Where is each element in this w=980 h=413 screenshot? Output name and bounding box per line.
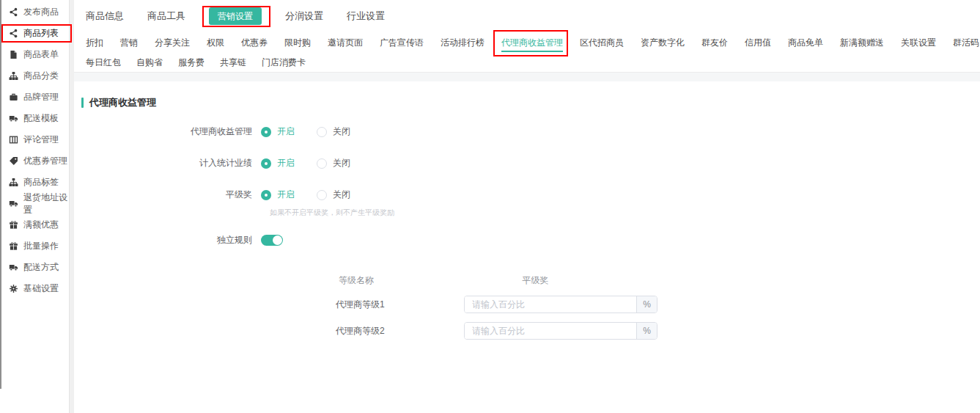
tab-discount[interactable]: 折扣 (86, 37, 103, 49)
tab-district-agent-recruiter[interactable]: 区代招商员 (580, 37, 624, 49)
share-icon (9, 29, 18, 38)
field-label: 独立规则 (81, 234, 261, 246)
field-label: 平级奖 (81, 189, 261, 201)
tab-invite-page[interactable]: 邀请页面 (328, 37, 363, 49)
tab-flash-sale[interactable]: 限时购 (284, 37, 311, 49)
tertiary-tab-bar: 每日红包 自购省 服务费 共享链 门店消费卡 (86, 53, 980, 72)
truck-icon (9, 199, 18, 208)
sidebar-item-label: 批量操作 (23, 240, 59, 252)
radio-unselected-icon[interactable] (317, 127, 327, 137)
tab-marketing-settings-wrap: 营销设置 (209, 10, 262, 23)
tab-product-info[interactable]: 商品信息 (86, 10, 124, 23)
tab-permissions[interactable]: 权限 (207, 37, 224, 49)
radio-selected-icon[interactable] (261, 190, 271, 200)
radio-label: 开启 (277, 189, 295, 201)
briefcase-icon (9, 92, 18, 102)
radio-group-agent-revenue: 开启 关闭 (261, 125, 350, 138)
radio-selected-icon[interactable] (261, 127, 271, 137)
columns-icon (9, 135, 18, 145)
tab-credit-value[interactable]: 信用值 (745, 37, 771, 49)
share-icon (9, 7, 18, 17)
sidebar-item-label: 基础设置 (23, 282, 59, 295)
percent-suffix: % (636, 323, 657, 339)
tab-product-tools[interactable]: 商品工具 (147, 10, 185, 23)
sidebar-item-full-amount-discount[interactable]: 满额优惠 (1, 214, 69, 235)
sidebar-item-product-tags[interactable]: 商品标签 (1, 172, 69, 193)
tab-marketing[interactable]: 营销 (120, 37, 138, 49)
radio-on[interactable]: 开启 (261, 157, 295, 169)
radio-on[interactable]: 开启 (261, 189, 295, 201)
radio-off[interactable]: 关闭 (317, 125, 350, 138)
grade-table-header: 等级名称 平级奖 (336, 274, 980, 287)
tab-activity-ranking[interactable]: 活动排行榜 (441, 37, 485, 49)
percent-suffix: % (636, 296, 657, 313)
tab-new-full-amount-gift[interactable]: 新满额赠送 (840, 37, 884, 49)
sidebar-item-batch-operations[interactable]: 批量操作 (1, 235, 69, 257)
file-icon (9, 50, 18, 59)
sidebar-item-product-form[interactable]: 商品表单 (1, 44, 69, 65)
tab-association-settings[interactable]: 关联设置 (901, 37, 936, 49)
sidebar-item-publish-product[interactable]: 发布商品 (1, 1, 69, 23)
radio-on[interactable]: 开启 (261, 125, 295, 138)
sidebar-item-label: 退货地址设置 (23, 191, 69, 216)
independent-rules-toggle[interactable] (261, 235, 283, 246)
tab-ad-slogan[interactable]: 广告宣传语 (380, 37, 424, 49)
form-row-count-into-stats: 计入统计业绩 开启 关闭 (81, 157, 980, 169)
radio-label: 关闭 (333, 157, 350, 169)
sidebar-item-brand-management[interactable]: 品牌管理 (1, 87, 69, 108)
percentage-input-group: % (464, 296, 657, 313)
form-row-agent-revenue: 代理商收益管理 开启 关闭 (81, 125, 980, 138)
tab-shared-chain[interactable]: 共享链 (220, 56, 246, 69)
tab-coupon[interactable]: 优惠券 (241, 37, 268, 49)
radio-selected-icon[interactable] (261, 158, 271, 169)
form-row-independent-rules: 独立规则 (81, 234, 980, 246)
radio-off[interactable]: 关闭 (317, 157, 350, 169)
radio-label: 关闭 (333, 189, 350, 201)
section-title-text: 代理商收益管理 (89, 96, 156, 109)
tab-asset-digitization[interactable]: 资产数字化 (641, 37, 685, 49)
sidebar-item-label: 商品列表 (23, 27, 59, 40)
sidebar-item-review-management[interactable]: 评论管理 (1, 129, 69, 150)
tab-profit-sharing-settings[interactable]: 分润设置 (285, 10, 323, 23)
sidebar-item-label: 商品标签 (23, 176, 59, 189)
tab-free-order[interactable]: 商品免单 (788, 37, 823, 49)
percentage-input[interactable] (465, 296, 636, 313)
sidebar-item-product-category[interactable]: 商品分类 (1, 65, 69, 87)
grade-name: 代理商等级2 (336, 325, 464, 337)
sitemap-icon (9, 178, 18, 187)
sidebar-item-label: 满额优惠 (23, 219, 59, 231)
percentage-input[interactable] (465, 323, 636, 339)
tab-share-follow[interactable]: 分享关注 (155, 37, 190, 49)
tab-store-consumption-card[interactable]: 门店消费卡 (262, 56, 306, 69)
percentage-input-group: % (464, 322, 657, 340)
tab-daily-red-packet[interactable]: 每日红包 (86, 56, 121, 69)
sidebar-item-label: 配送方式 (23, 261, 59, 274)
table-row: 代理商等级1 % (336, 296, 980, 313)
tab-industry-settings[interactable]: 行业设置 (347, 10, 385, 23)
tab-group-qr-code[interactable]: 群活码 (953, 37, 979, 49)
tab-agent-revenue-management-wrap: 代理商收益管理 (501, 37, 563, 49)
tab-group-friend-price[interactable]: 群友价 (701, 37, 728, 49)
sidebar-item-coupon-management[interactable]: 优惠券管理 (1, 150, 69, 172)
tab-service-fee[interactable]: 服务费 (178, 56, 205, 69)
tab-agent-revenue-management[interactable]: 代理商收益管理 (501, 37, 563, 48)
sidebar: 发布商品 商品列表 商品表单 商品分类 品牌管理 配送模板 评论管理 (1, 0, 69, 413)
sidebar-item-delivery-template[interactable]: 配送模板 (1, 108, 69, 129)
radio-unselected-icon[interactable] (317, 158, 327, 169)
admin-app: 发布商品 商品列表 商品表单 商品分类 品牌管理 配送模板 评论管理 (0, 0, 980, 413)
radio-off[interactable]: 关闭 (317, 189, 350, 201)
tab-self-purchase-savings[interactable]: 自购省 (136, 56, 163, 69)
main-area: 商品信息 商品工具 营销设置 分润设置 行业设置 折扣 营销 分享关注 权限 优… (74, 0, 980, 413)
sidebar-item-product-list[interactable]: 商品列表 (1, 23, 69, 44)
sidebar-item-return-address-settings[interactable]: 退货地址设置 (1, 193, 69, 214)
radio-unselected-icon[interactable] (317, 190, 327, 200)
sidebar-item-delivery-method[interactable]: 配送方式 (1, 257, 69, 278)
sidebar-divider (69, 0, 74, 413)
sidebar-item-basic-settings[interactable]: 基础设置 (1, 278, 69, 299)
tag-icon (9, 156, 18, 166)
tab-marketing-settings[interactable]: 营销设置 (209, 7, 262, 25)
form-row-peer-award: 平级奖 开启 关闭 (81, 189, 980, 201)
primary-tab-bar: 商品信息 商品工具 营销设置 分润设置 行业设置 (86, 0, 980, 32)
table-row: 代理商等级2 % (336, 322, 980, 340)
secondary-tab-bar: 折扣 营销 分享关注 权限 优惠券 限时购 邀请页面 广告宣传语 活动排行榜 代… (86, 32, 980, 53)
